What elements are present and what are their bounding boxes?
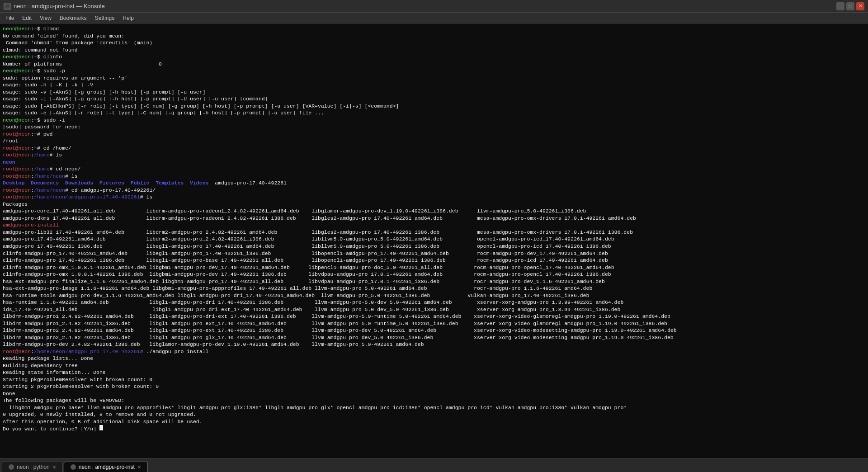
- window-controls[interactable]: – □ ✕: [836, 2, 864, 10]
- menu-help[interactable]: Help: [119, 14, 137, 22]
- menu-file[interactable]: File: [2, 14, 18, 22]
- terminal-content: neon@neon:~$ clmod No command 'clmod' fo…: [0, 24, 868, 458]
- menubar: File Edit View Bookmarks Settings Help: [0, 13, 868, 24]
- tab-amdgpu-icon: [71, 464, 76, 470]
- tab-amdgpu-close[interactable]: ✕: [137, 465, 141, 470]
- titlebar: ⬛ neon : amdgpu-pro-inst — Konsole – □ ✕: [0, 0, 868, 13]
- menu-edit[interactable]: Edit: [19, 14, 35, 22]
- tab-amdgpu-label: neon : amdgpu-pro-inst: [79, 464, 135, 470]
- tab-python-icon: [9, 464, 14, 470]
- tab-python-label: neon : python: [17, 464, 50, 470]
- minimize-button[interactable]: –: [836, 2, 844, 10]
- tab-python[interactable]: neon : python ✕: [2, 462, 63, 472]
- app-icon: ⬛: [4, 3, 11, 10]
- menu-view[interactable]: View: [36, 14, 55, 22]
- tabbar: neon : python ✕ neon : amdgpu-pro-inst ✕: [0, 458, 868, 472]
- menu-bookmarks[interactable]: Bookmarks: [56, 14, 90, 22]
- tab-amdgpu[interactable]: neon : amdgpu-pro-inst ✕: [64, 462, 148, 472]
- menu-settings[interactable]: Settings: [91, 14, 118, 22]
- close-button[interactable]: ✕: [856, 2, 864, 10]
- maximize-button[interactable]: □: [846, 2, 854, 10]
- window-title: neon : amdgpu-pro-inst — Konsole: [14, 3, 105, 9]
- tab-python-close[interactable]: ✕: [52, 465, 56, 470]
- titlebar-left: ⬛ neon : amdgpu-pro-inst — Konsole: [4, 3, 105, 10]
- terminal-area[interactable]: neon@neon:~$ clmod No command 'clmod' fo…: [0, 24, 868, 458]
